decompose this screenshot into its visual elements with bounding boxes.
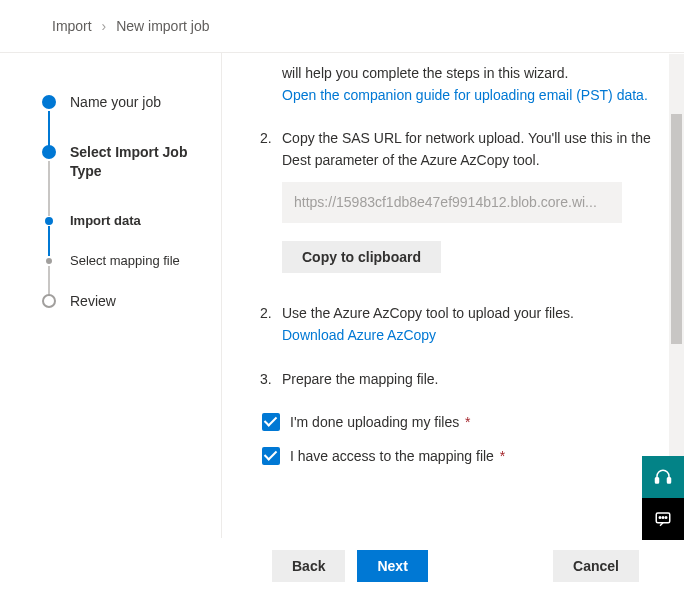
wizard-steps-sidebar: Name your job Select Import Job Type Imp…: [0, 53, 222, 538]
floating-actions: [642, 456, 684, 540]
checkbox-done-uploading[interactable]: I'm done uploading my files *: [262, 413, 654, 431]
breadcrumb-root[interactable]: Import: [52, 18, 92, 34]
checkbox-label: I have access to the mapping file *: [290, 448, 505, 464]
step-bullet-icon: [42, 95, 56, 109]
instruction-4: Prepare the mapping file.: [282, 369, 654, 391]
step-select-mapping-file[interactable]: Select mapping file: [42, 252, 211, 292]
cancel-button[interactable]: Cancel: [553, 550, 639, 582]
step-bullet-icon: [42, 294, 56, 308]
headset-icon: [654, 468, 672, 486]
next-button[interactable]: Next: [357, 550, 427, 582]
checkbox-have-mapping[interactable]: I have access to the mapping file *: [262, 447, 654, 465]
download-azcopy-link[interactable]: Download Azure AzCopy: [282, 327, 436, 343]
companion-guide-link[interactable]: Open the companion guide for uploading e…: [282, 87, 648, 103]
step-bullet-icon: [42, 145, 56, 159]
checkbox-icon[interactable]: [262, 413, 280, 431]
svg-point-4: [662, 517, 664, 519]
checkbox-label: I'm done uploading my files *: [290, 414, 471, 430]
breadcrumb-current: New import job: [116, 18, 209, 34]
sas-url-field[interactable]: https://15983cf1db8e47ef9914b12.blob.cor…: [282, 182, 622, 224]
step-select-import-job-type[interactable]: Select Import Job Type: [42, 143, 211, 212]
wizard-content: will help you complete the steps in this…: [222, 53, 684, 538]
back-button[interactable]: Back: [272, 550, 345, 582]
scrollbar-thumb[interactable]: [671, 114, 682, 344]
feedback-button[interactable]: [642, 498, 684, 540]
help-button[interactable]: [642, 456, 684, 498]
wizard-footer: Back Next Cancel: [222, 537, 669, 596]
step-bullet-icon: [45, 217, 53, 225]
step-import-data[interactable]: Import data: [42, 212, 211, 252]
svg-point-3: [659, 517, 661, 519]
copy-to-clipboard-button[interactable]: Copy to clipboard: [282, 241, 441, 273]
svg-rect-0: [656, 478, 659, 483]
instruction-1-partial: will help you complete the steps in this…: [282, 63, 654, 106]
instruction-2: Copy the SAS URL for network upload. You…: [282, 128, 654, 281]
checkbox-icon[interactable]: [262, 447, 280, 465]
chat-icon: [654, 510, 672, 528]
instruction-3: Use the Azure AzCopy tool to upload your…: [282, 303, 654, 346]
chevron-right-icon: ›: [102, 18, 107, 34]
svg-point-5: [665, 517, 667, 519]
step-name-your-job[interactable]: Name your job: [42, 93, 211, 143]
svg-rect-1: [668, 478, 671, 483]
step-bullet-icon: [46, 258, 52, 264]
step-review[interactable]: Review: [42, 292, 211, 342]
breadcrumb: Import › New import job: [0, 0, 684, 52]
